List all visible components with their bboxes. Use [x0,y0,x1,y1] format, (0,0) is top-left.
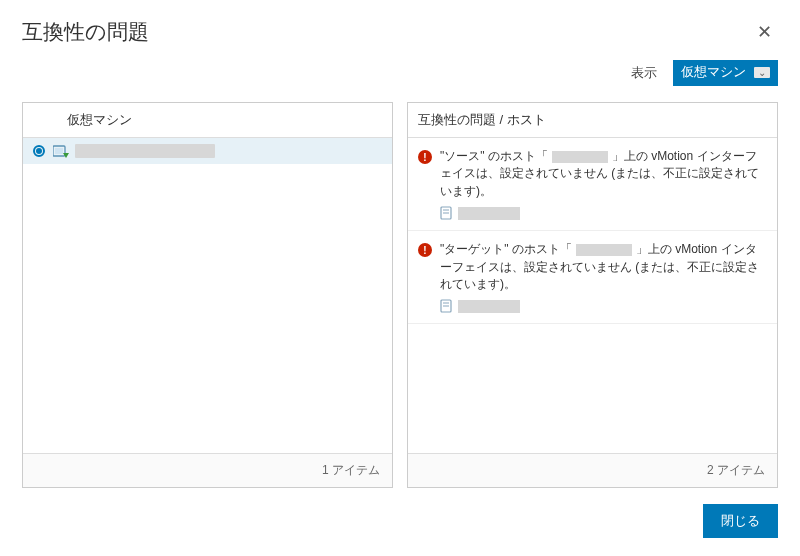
dialog-footer: 閉じる [22,488,778,538]
host-row [440,299,765,313]
issues-panel-header: 互換性の問題 / ホスト [408,103,777,138]
issues-panel: 互換性の問題 / ホスト ! "ソース" のホスト「」上の vMotion イン… [407,102,778,488]
host-name-redacted [552,151,608,163]
vm-row[interactable] [23,138,392,164]
host-row [440,206,765,220]
close-icon[interactable]: ✕ [751,19,778,45]
host-value-redacted [458,300,520,313]
issue-item: ! "ソース" のホスト「」上の vMotion インターフェイスは、設定されて… [408,138,777,231]
issue-top: ! "ソース" のホスト「」上の vMotion インターフェイスは、設定されて… [418,148,765,200]
host-icon [440,206,452,220]
vm-panel-body [23,138,392,453]
dialog-header: 互換性の問題 ✕ [22,18,778,46]
close-button[interactable]: 閉じる [703,504,778,538]
dialog-title: 互換性の問題 [22,18,149,46]
vm-panel: 仮想マシン 1 アイテム [22,102,393,488]
chevron-down-icon: ⌄ [754,67,770,78]
issue-prefix: "ソース" のホスト「 [440,149,548,163]
issue-text: "ソース" のホスト「」上の vMotion インターフェイスは、設定されていま… [440,148,765,200]
issue-top: ! "ターゲット" のホスト「」上の vMotion インターフェイスは、設定さ… [418,241,765,293]
filter-show-label: 表示 [631,64,657,82]
vm-panel-footer: 1 アイテム [23,453,392,487]
issues-panel-footer: 2 アイテム [408,453,777,487]
filter-selected-value: 仮想マシン [681,63,746,81]
compatibility-dialog: 互換性の問題 ✕ 表示 仮想マシン ⌄ 仮想マシン [0,0,800,556]
issue-item: ! "ターゲット" のホスト「」上の vMotion インターフェイスは、設定さ… [408,231,777,324]
issue-text: "ターゲット" のホスト「」上の vMotion インターフェイスは、設定されて… [440,241,765,293]
filter-row: 表示 仮想マシン ⌄ [22,60,778,86]
filter-dropdown[interactable]: 仮想マシン ⌄ [673,60,778,86]
issues-panel-body: ! "ソース" のホスト「」上の vMotion インターフェイスは、設定されて… [408,138,777,453]
panels-container: 仮想マシン 1 アイテム 互換性の問題 / ホスト [22,102,778,488]
error-icon: ! [418,243,432,257]
issue-prefix: "ターゲット" のホスト「 [440,242,572,256]
vm-icon [53,145,67,157]
host-name-redacted [576,244,632,256]
host-value-redacted [458,207,520,220]
vm-panel-header: 仮想マシン [23,103,392,138]
host-icon [440,299,452,313]
radio-selected-icon[interactable] [33,145,45,157]
error-icon: ! [418,150,432,164]
vm-name-redacted [75,144,215,158]
svg-rect-1 [55,148,63,154]
